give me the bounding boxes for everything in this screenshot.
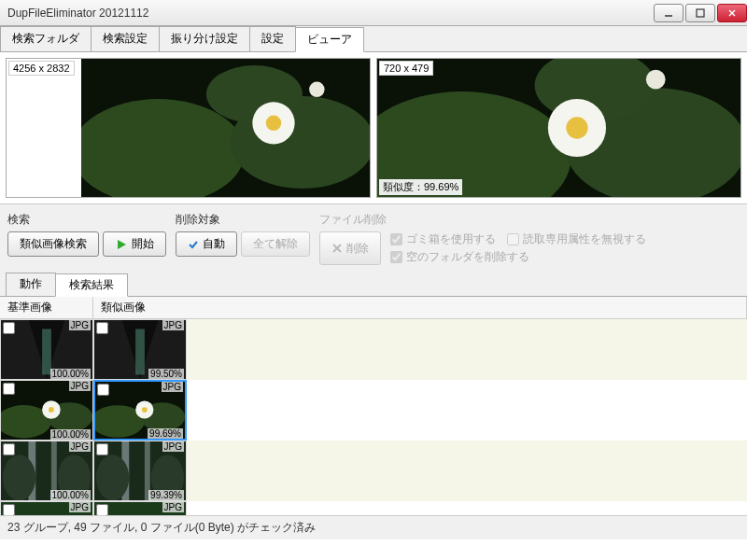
results-body[interactable]: JPG100.00%JPG99.50%JPG100.00%JPG99.69%JP… — [0, 319, 747, 515]
search-group: 検索 類似画像検索 開始 — [7, 212, 166, 265]
thumbnail-checkbox[interactable] — [3, 504, 15, 515]
file-ext: JPG — [69, 320, 91, 330]
left-image — [7, 59, 370, 197]
thumbnail-checkbox[interactable] — [3, 443, 15, 455]
svg-rect-24 — [135, 329, 145, 374]
file-ext: JPG — [162, 441, 184, 452]
delete-button-label: 削除 — [346, 241, 369, 257]
result-row: JPG100.00%JPG99.50% — [0, 319, 747, 380]
col-reference[interactable]: 基準画像 — [0, 297, 93, 318]
titlebar: DupFileEliminator 20121112 — [0, 0, 747, 26]
svg-point-43 — [96, 455, 129, 500]
similarity-pct: 100.00% — [50, 429, 91, 440]
clear-all-button[interactable]: 全て解除 — [241, 231, 310, 257]
thumbnail-cell[interactable]: JPG100.00% — [0, 380, 93, 441]
thumbnail-checkbox[interactable] — [3, 322, 15, 334]
similarity-pct: 100.00% — [50, 369, 91, 379]
tab-settings[interactable]: 設定 — [249, 26, 296, 51]
thumbnail-cell[interactable]: JPG — [93, 501, 187, 515]
viewer-area: 4256 x 2832 720 x 479 類似度：99.69% — [0, 52, 747, 204]
delete-button[interactable]: 削除 — [319, 231, 381, 265]
viewer-right-pane[interactable]: 720 x 479 類似度：99.69% — [376, 58, 741, 198]
file-ext: JPG — [162, 320, 184, 330]
result-row: JPGJPG — [0, 501, 747, 515]
x-icon — [331, 243, 343, 254]
sub-tab-results[interactable]: 検索結果 — [55, 273, 128, 297]
svg-marker-18 — [118, 240, 126, 249]
thumbnail-checkbox[interactable] — [96, 322, 108, 334]
file-ext: JPG — [162, 502, 184, 512]
svg-point-38 — [3, 455, 35, 500]
similarity-pct: 99.69% — [148, 428, 183, 439]
thumbnail-cell[interactable]: JPG — [0, 501, 93, 515]
start-button-label: 開始 — [132, 236, 154, 252]
file-ext: JPG — [69, 381, 91, 391]
close-button[interactable] — [717, 4, 747, 22]
tab-search-settings[interactable]: 検索設定 — [91, 26, 160, 51]
col-similar[interactable]: 類似画像 — [93, 297, 747, 318]
delete-empty-checkbox[interactable]: 空のフォルダを削除する — [390, 249, 646, 265]
result-row: JPG100.00%JPG99.39% — [0, 441, 747, 501]
tab-sort-settings[interactable]: 振り分け設定 — [159, 26, 250, 51]
similar-image-search-button[interactable]: 類似画像検索 — [7, 231, 99, 257]
start-button[interactable]: 開始 — [103, 231, 166, 257]
svg-rect-1 — [697, 9, 704, 17]
minimize-button[interactable] — [654, 4, 684, 22]
file-delete-group: ファイル削除 削除 ゴミ箱を使用する 読取専用属性を無視する 空のフォルダを削除… — [319, 212, 646, 265]
similarity-pct: 100.00% — [50, 490, 91, 500]
right-dimensions: 720 x 479 — [379, 61, 433, 76]
left-dimensions: 4256 x 2832 — [8, 61, 75, 76]
viewer-left-pane[interactable]: 4256 x 2832 — [6, 58, 371, 198]
similarity-pct: 99.50% — [148, 369, 184, 379]
thumbnail-cell[interactable]: JPG99.69% — [93, 380, 187, 441]
tab-search-folder[interactable]: 検索フォルダ — [0, 26, 92, 51]
result-row: JPG100.00%JPG99.69% — [0, 380, 747, 441]
file-delete-label: ファイル削除 — [319, 212, 646, 228]
thumbnail-cell[interactable]: JPG99.50% — [93, 319, 187, 380]
check-icon — [188, 239, 199, 250]
file-ext: JPG — [69, 502, 91, 512]
thumbnail-cell[interactable]: JPG100.00% — [0, 319, 93, 380]
file-ext: JPG — [162, 382, 183, 392]
row-spacer — [187, 441, 747, 501]
sub-tabs: 動作 検索結果 — [0, 273, 747, 297]
minimize-icon — [664, 8, 673, 18]
svg-point-16 — [566, 117, 587, 138]
thumbnail-checkbox[interactable] — [97, 384, 109, 396]
search-label: 検索 — [7, 212, 166, 228]
thumbnail-checkbox[interactable] — [96, 504, 108, 515]
thumbnail-cell[interactable]: JPG100.00% — [0, 441, 93, 501]
lily-image-icon — [377, 59, 740, 197]
similarity-pct: 99.39% — [148, 490, 184, 500]
svg-point-9 — [266, 116, 281, 131]
results-header: 基準画像 類似画像 — [0, 297, 747, 319]
main-tabs: 検索フォルダ 検索設定 振り分け設定 設定 ビューア — [0, 26, 747, 52]
controls-area: 検索 類似画像検索 開始 削除対象 自動 全て解除 ファイル削除 削除 — [0, 204, 747, 273]
close-icon — [727, 8, 737, 18]
thumbnail-checkbox[interactable] — [3, 383, 15, 395]
sub-tab-action[interactable]: 動作 — [6, 273, 56, 296]
row-spacer — [187, 380, 747, 441]
delete-target-label: 削除対象 — [176, 212, 310, 228]
delete-target-group: 削除対象 自動 全て解除 — [176, 212, 310, 265]
row-spacer — [187, 319, 747, 380]
svg-point-10 — [309, 82, 324, 97]
use-trash-checkbox[interactable]: ゴミ箱を使用する — [390, 231, 496, 247]
auto-button-label: 自動 — [203, 236, 225, 252]
thumbnail-cell[interactable]: JPG99.39% — [93, 441, 187, 501]
svg-point-17 — [646, 70, 666, 90]
statusbar: 23 グループ, 49 ファイル, 0 ファイル(0 Byte) がチェック済み — [0, 515, 747, 539]
file-ext: JPG — [69, 441, 91, 452]
svg-point-34 — [142, 407, 148, 413]
window-controls — [652, 4, 747, 22]
right-image — [377, 59, 740, 197]
tab-viewer[interactable]: ビューア — [295, 27, 364, 52]
lily-image-icon — [81, 59, 370, 197]
similarity-label: 類似度：99.69% — [379, 179, 462, 195]
maximize-button[interactable] — [685, 4, 715, 22]
auto-button[interactable]: 自動 — [176, 231, 237, 257]
maximize-icon — [696, 8, 705, 18]
thumbnail-checkbox[interactable] — [96, 443, 108, 455]
window-title: DupFileEliminator 20121112 — [7, 7, 652, 20]
ignore-readonly-checkbox[interactable]: 読取専用属性を無視する — [507, 231, 646, 247]
